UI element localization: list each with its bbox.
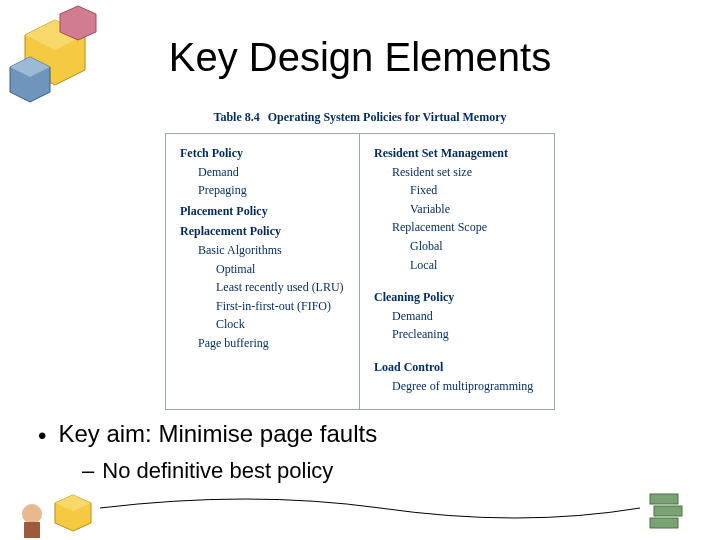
table-left-column: Fetch Policy Demand Prepaging Placement …	[166, 134, 360, 409]
replacement-scope-label: Replacement Scope	[374, 218, 540, 237]
basic-algorithms-label: Basic Algorithms	[180, 241, 345, 260]
table-caption-text: Operating System Policies for Virtual Me…	[268, 110, 507, 124]
load-control-heading: Load Control	[374, 358, 540, 377]
table-item: Prepaging	[180, 181, 345, 200]
table-item: Fixed	[374, 181, 540, 200]
table-item: Demand	[180, 163, 345, 182]
svg-rect-1	[24, 522, 40, 538]
table-item: Degree of multiprogramming	[374, 377, 540, 396]
table-item: First-in-first-out (FIFO)	[180, 297, 345, 316]
svg-rect-2	[650, 494, 678, 504]
bullet-main-text: Key aim: Minimise page faults	[58, 420, 377, 448]
resident-set-size-label: Resident set size	[374, 163, 540, 182]
replacement-policy-heading: Replacement Policy	[180, 222, 345, 241]
table-item: Clock	[180, 315, 345, 334]
table-item: Optimal	[180, 260, 345, 279]
table-number: Table 8.4	[214, 110, 260, 124]
table-item: Page buffering	[180, 334, 345, 353]
policy-table-container: Table 8.4Operating System Policies for V…	[165, 110, 555, 410]
slide-title: Key Design Elements	[0, 35, 720, 80]
svg-rect-3	[654, 506, 682, 516]
table-item: Variable	[374, 200, 540, 219]
cleaning-policy-heading: Cleaning Policy	[374, 288, 540, 307]
svg-point-0	[22, 504, 42, 524]
table-item: Global	[374, 237, 540, 256]
table-item: Precleaning	[374, 325, 540, 344]
svg-rect-4	[650, 518, 678, 528]
policy-table: Fetch Policy Demand Prepaging Placement …	[165, 133, 555, 410]
placement-policy-heading: Placement Policy	[180, 202, 345, 221]
bullet-main: • Key aim: Minimise page faults	[38, 420, 377, 448]
table-item: Local	[374, 256, 540, 275]
table-caption: Table 8.4Operating System Policies for V…	[165, 110, 555, 125]
table-item: Demand	[374, 307, 540, 326]
fetch-policy-heading: Fetch Policy	[180, 144, 345, 163]
bullet-dot-icon: •	[38, 424, 46, 448]
resident-set-heading: Resident Set Management	[374, 144, 540, 163]
bottom-decoration	[0, 470, 720, 540]
table-right-column: Resident Set Management Resident set siz…	[360, 134, 554, 409]
table-item: Least recently used (LRU)	[180, 278, 345, 297]
